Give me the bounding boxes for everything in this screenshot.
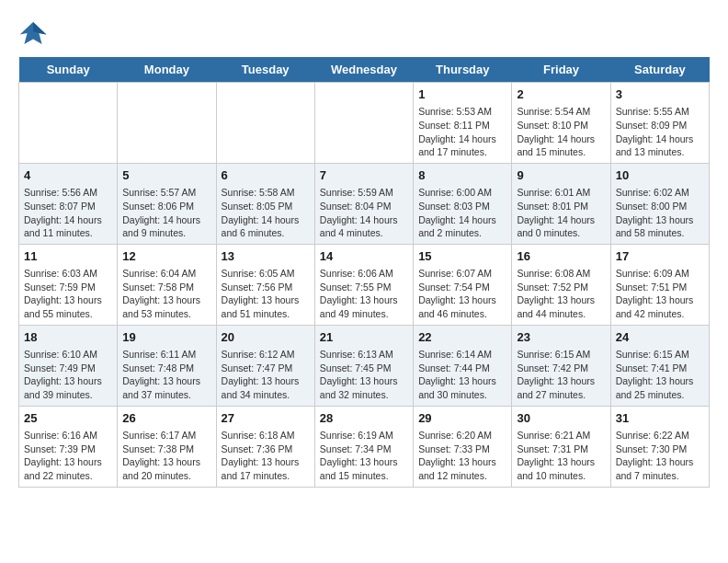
day-info: Sunrise: 6:03 AMSunset: 7:59 PMDaylight:…	[24, 267, 112, 321]
weekday-header-thursday: Thursday	[414, 57, 512, 83]
calendar-cell: 24Sunrise: 6:15 AMSunset: 7:41 PMDayligh…	[610, 325, 709, 406]
day-number: 7	[320, 167, 408, 184]
day-info: Sunrise: 6:05 AMSunset: 7:56 PMDaylight:…	[222, 267, 310, 321]
calendar-cell: 17Sunrise: 6:09 AMSunset: 7:51 PMDayligh…	[610, 244, 709, 325]
day-number: 24	[616, 329, 704, 346]
day-info: Sunrise: 5:54 AMSunset: 8:10 PMDaylight:…	[517, 105, 605, 159]
day-info: Sunrise: 6:00 AMSunset: 8:03 PMDaylight:…	[418, 186, 506, 240]
day-number: 6	[222, 167, 310, 184]
calendar-cell: 16Sunrise: 6:08 AMSunset: 7:52 PMDayligh…	[512, 244, 610, 325]
calendar-cell: 22Sunrise: 6:14 AMSunset: 7:44 PMDayligh…	[414, 325, 512, 406]
calendar-cell: 31Sunrise: 6:22 AMSunset: 7:30 PMDayligh…	[610, 406, 709, 487]
calendar-cell: 11Sunrise: 6:03 AMSunset: 7:59 PMDayligh…	[19, 244, 118, 325]
calendar-cell: 13Sunrise: 6:05 AMSunset: 7:56 PMDayligh…	[216, 244, 314, 325]
weekday-header-tuesday: Tuesday	[216, 57, 314, 83]
day-number: 25	[24, 410, 112, 427]
calendar-cell: 8Sunrise: 6:00 AMSunset: 8:03 PMDaylight…	[414, 163, 512, 244]
day-number: 11	[24, 248, 112, 265]
calendar-cell: 2Sunrise: 5:54 AMSunset: 8:10 PMDaylight…	[512, 83, 610, 164]
day-info: Sunrise: 6:18 AMSunset: 7:36 PMDaylight:…	[222, 429, 310, 483]
day-info: Sunrise: 5:55 AMSunset: 8:09 PMDaylight:…	[616, 105, 704, 159]
day-number: 8	[418, 167, 506, 184]
day-info: Sunrise: 6:14 AMSunset: 7:44 PMDaylight:…	[418, 348, 506, 402]
day-info: Sunrise: 6:11 AMSunset: 7:48 PMDaylight:…	[122, 348, 210, 402]
day-number: 12	[122, 248, 210, 265]
weekday-header-wednesday: Wednesday	[314, 57, 413, 83]
day-number: 14	[320, 248, 408, 265]
logo-icon	[18, 18, 48, 48]
day-info: Sunrise: 6:15 AMSunset: 7:42 PMDaylight:…	[517, 348, 605, 402]
calendar-cell	[314, 83, 413, 164]
day-info: Sunrise: 6:20 AMSunset: 7:33 PMDaylight:…	[418, 429, 506, 483]
calendar-cell: 23Sunrise: 6:15 AMSunset: 7:42 PMDayligh…	[512, 325, 610, 406]
day-number: 18	[24, 329, 112, 346]
calendar-cell: 6Sunrise: 5:58 AMSunset: 8:05 PMDaylight…	[216, 163, 314, 244]
day-info: Sunrise: 6:19 AMSunset: 7:34 PMDaylight:…	[320, 429, 408, 483]
day-number: 10	[616, 167, 704, 184]
day-info: Sunrise: 6:22 AMSunset: 7:30 PMDaylight:…	[616, 429, 704, 483]
calendar-cell: 26Sunrise: 6:17 AMSunset: 7:38 PMDayligh…	[118, 406, 216, 487]
calendar-week-4: 18Sunrise: 6:10 AMSunset: 7:49 PMDayligh…	[19, 325, 710, 406]
day-number: 21	[320, 329, 408, 346]
day-number: 16	[517, 248, 605, 265]
calendar-cell	[19, 83, 118, 164]
calendar-cell: 4Sunrise: 5:56 AMSunset: 8:07 PMDaylight…	[19, 163, 118, 244]
page-header	[18, 18, 710, 48]
calendar-cell: 5Sunrise: 5:57 AMSunset: 8:06 PMDaylight…	[118, 163, 216, 244]
weekday-header-row: SundayMondayTuesdayWednesdayThursdayFrid…	[19, 57, 710, 83]
day-info: Sunrise: 5:57 AMSunset: 8:06 PMDaylight:…	[122, 186, 210, 240]
day-info: Sunrise: 5:59 AMSunset: 8:04 PMDaylight:…	[320, 186, 408, 240]
day-info: Sunrise: 6:13 AMSunset: 7:45 PMDaylight:…	[320, 348, 408, 402]
day-number: 31	[616, 410, 704, 427]
calendar-cell: 7Sunrise: 5:59 AMSunset: 8:04 PMDaylight…	[314, 163, 413, 244]
calendar-cell: 1Sunrise: 5:53 AMSunset: 8:11 PMDaylight…	[414, 83, 512, 164]
calendar-week-1: 1Sunrise: 5:53 AMSunset: 8:11 PMDaylight…	[19, 83, 710, 164]
calendar-cell: 12Sunrise: 6:04 AMSunset: 7:58 PMDayligh…	[118, 244, 216, 325]
day-info: Sunrise: 6:02 AMSunset: 8:00 PMDaylight:…	[616, 186, 704, 240]
calendar-cell: 27Sunrise: 6:18 AMSunset: 7:36 PMDayligh…	[216, 406, 314, 487]
day-number: 19	[122, 329, 210, 346]
day-number: 30	[517, 410, 605, 427]
weekday-header-saturday: Saturday	[610, 57, 709, 83]
day-info: Sunrise: 6:15 AMSunset: 7:41 PMDaylight:…	[616, 348, 704, 402]
calendar-table: SundayMondayTuesdayWednesdayThursdayFrid…	[18, 57, 710, 488]
day-info: Sunrise: 6:12 AMSunset: 7:47 PMDaylight:…	[222, 348, 310, 402]
calendar-cell: 18Sunrise: 6:10 AMSunset: 7:49 PMDayligh…	[19, 325, 118, 406]
calendar-cell: 14Sunrise: 6:06 AMSunset: 7:55 PMDayligh…	[314, 244, 413, 325]
day-info: Sunrise: 6:16 AMSunset: 7:39 PMDaylight:…	[24, 429, 112, 483]
day-number: 1	[418, 86, 506, 103]
weekday-header-sunday: Sunday	[19, 57, 118, 83]
calendar-week-3: 11Sunrise: 6:03 AMSunset: 7:59 PMDayligh…	[19, 244, 710, 325]
day-info: Sunrise: 6:08 AMSunset: 7:52 PMDaylight:…	[517, 267, 605, 321]
day-info: Sunrise: 6:17 AMSunset: 7:38 PMDaylight:…	[122, 429, 210, 483]
day-number: 9	[517, 167, 605, 184]
day-info: Sunrise: 5:58 AMSunset: 8:05 PMDaylight:…	[222, 186, 310, 240]
day-number: 3	[616, 86, 704, 103]
calendar-cell: 21Sunrise: 6:13 AMSunset: 7:45 PMDayligh…	[314, 325, 413, 406]
calendar-cell: 29Sunrise: 6:20 AMSunset: 7:33 PMDayligh…	[414, 406, 512, 487]
weekday-header-monday: Monday	[118, 57, 216, 83]
day-info: Sunrise: 6:09 AMSunset: 7:51 PMDaylight:…	[616, 267, 704, 321]
calendar-cell: 30Sunrise: 6:21 AMSunset: 7:31 PMDayligh…	[512, 406, 610, 487]
day-info: Sunrise: 6:07 AMSunset: 7:54 PMDaylight:…	[418, 267, 506, 321]
day-number: 22	[418, 329, 506, 346]
day-number: 17	[616, 248, 704, 265]
day-number: 29	[418, 410, 506, 427]
day-number: 20	[222, 329, 310, 346]
day-number: 5	[122, 167, 210, 184]
calendar-cell: 28Sunrise: 6:19 AMSunset: 7:34 PMDayligh…	[314, 406, 413, 487]
day-info: Sunrise: 6:04 AMSunset: 7:58 PMDaylight:…	[122, 267, 210, 321]
day-number: 28	[320, 410, 408, 427]
calendar-cell: 10Sunrise: 6:02 AMSunset: 8:00 PMDayligh…	[610, 163, 709, 244]
weekday-header-friday: Friday	[512, 57, 610, 83]
calendar-cell: 20Sunrise: 6:12 AMSunset: 7:47 PMDayligh…	[216, 325, 314, 406]
logo	[18, 18, 51, 48]
day-number: 13	[222, 248, 310, 265]
day-number: 26	[122, 410, 210, 427]
day-info: Sunrise: 5:56 AMSunset: 8:07 PMDaylight:…	[24, 186, 112, 240]
day-info: Sunrise: 5:53 AMSunset: 8:11 PMDaylight:…	[418, 105, 506, 159]
day-number: 4	[24, 167, 112, 184]
calendar-cell	[216, 83, 314, 164]
calendar-cell: 3Sunrise: 5:55 AMSunset: 8:09 PMDaylight…	[610, 83, 709, 164]
day-info: Sunrise: 6:01 AMSunset: 8:01 PMDaylight:…	[517, 186, 605, 240]
